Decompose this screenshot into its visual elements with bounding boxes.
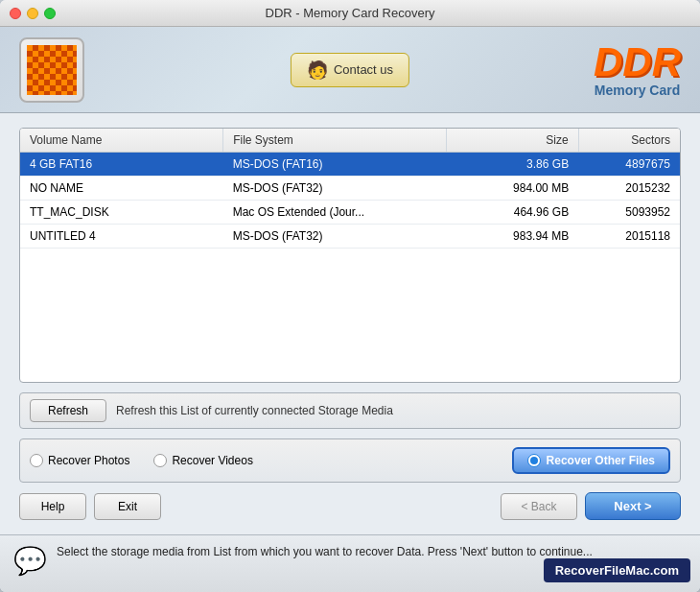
contact-label: Contact us	[334, 62, 393, 77]
status-message: Select the storage media from List from …	[57, 543, 593, 560]
logo-icon	[27, 45, 77, 95]
header: 🧑 Contact us DDR Memory Card	[0, 27, 700, 113]
recover-videos-radio[interactable]	[153, 454, 167, 467]
main-content: Volume Name File System Size Sectors 4 G…	[0, 113, 700, 534]
cell-sectors: 4897675	[578, 153, 680, 177]
maximize-button[interactable]	[44, 8, 56, 19]
recover-other-button[interactable]: Recover Other Files	[512, 447, 670, 474]
help-button[interactable]: Help	[19, 493, 86, 520]
col-header-size: Size	[447, 129, 579, 153]
contact-button[interactable]: 🧑 Contact us	[291, 53, 409, 87]
table-header-row: Volume Name File System Size Sectors	[20, 129, 680, 153]
refresh-description: Refresh this List of currently connected…	[116, 404, 393, 417]
minimize-button[interactable]	[27, 8, 38, 19]
col-header-fs: File System	[223, 129, 447, 153]
table-row[interactable]: TT_MAC_DISKMac OS Extended (Jour...464.9…	[20, 201, 680, 225]
status-bar: 💬 Select the storage media from List fro…	[0, 534, 700, 592]
window-title: DDR - Memory Card Recovery	[266, 6, 435, 20]
recovery-options: Recover Photos Recover Videos Recover Ot…	[19, 438, 681, 483]
cell-file-system: Mac OS Extended (Jour...	[223, 201, 447, 225]
recover-videos-option[interactable]: Recover Videos	[153, 454, 253, 467]
cell-volume-name: NO NAME	[20, 177, 223, 201]
col-header-name: Volume Name	[20, 129, 223, 153]
recover-photos-label: Recover Photos	[48, 454, 129, 467]
table-row[interactable]: 4 GB FAT16MS-DOS (FAT16)3.86 GB4897675	[20, 153, 680, 177]
cell-size: 984.00 MB	[447, 177, 579, 201]
recover-other-radio	[527, 454, 541, 467]
cell-volume-name: TT_MAC_DISK	[20, 201, 223, 225]
table-row[interactable]: UNTITLED 4MS-DOS (FAT32)983.94 MB2015118	[20, 225, 680, 249]
cell-sectors: 2015118	[578, 225, 680, 249]
cell-size: 464.96 GB	[447, 201, 579, 225]
main-window: DDR - Memory Card Recovery 🧑 Contact us …	[0, 0, 700, 592]
table-row[interactable]: NO NAMEMS-DOS (FAT32)984.00 MB2015232	[20, 177, 680, 201]
brand-label: RecoverFileMac.com	[544, 558, 690, 582]
recover-videos-label: Recover Videos	[172, 454, 253, 467]
action-buttons: Help Exit < Back Next >	[19, 492, 681, 520]
titlebar: DDR - Memory Card Recovery	[0, 0, 700, 27]
recover-photos-radio[interactable]	[30, 454, 43, 467]
traffic-lights	[10, 8, 56, 19]
cell-size: 3.86 GB	[447, 153, 579, 177]
cell-volume-name: UNTITLED 4	[20, 225, 223, 249]
exit-button[interactable]: Exit	[94, 493, 161, 520]
drive-table-container: Volume Name File System Size Sectors 4 G…	[19, 128, 681, 383]
next-button[interactable]: Next >	[585, 492, 681, 520]
refresh-panel: Refresh Refresh this List of currently c…	[19, 392, 681, 429]
close-button[interactable]	[10, 8, 21, 19]
recover-other-label: Recover Other Files	[547, 454, 655, 467]
ddr-title: DDR	[594, 42, 681, 83]
cell-sectors: 5093952	[578, 201, 680, 225]
cell-volume-name: 4 GB FAT16	[20, 153, 223, 177]
cell-sectors: 2015232	[578, 177, 680, 201]
cell-file-system: MS-DOS (FAT32)	[223, 177, 447, 201]
cell-file-system: MS-DOS (FAT32)	[223, 225, 447, 249]
col-header-sectors: Sectors	[578, 129, 680, 153]
ddr-subtitle: Memory Card	[594, 83, 681, 98]
back-button[interactable]: < Back	[501, 493, 577, 520]
recover-photos-option[interactable]: Recover Photos	[30, 454, 129, 467]
contact-icon: 🧑	[307, 59, 328, 81]
cell-size: 983.94 MB	[447, 225, 579, 249]
drive-table: Volume Name File System Size Sectors 4 G…	[20, 129, 680, 249]
status-icon: 💬	[13, 545, 47, 577]
ddr-logo: DDR Memory Card	[594, 42, 681, 98]
refresh-button[interactable]: Refresh	[30, 399, 106, 422]
cell-file-system: MS-DOS (FAT16)	[223, 153, 447, 177]
logo-box	[19, 37, 84, 103]
